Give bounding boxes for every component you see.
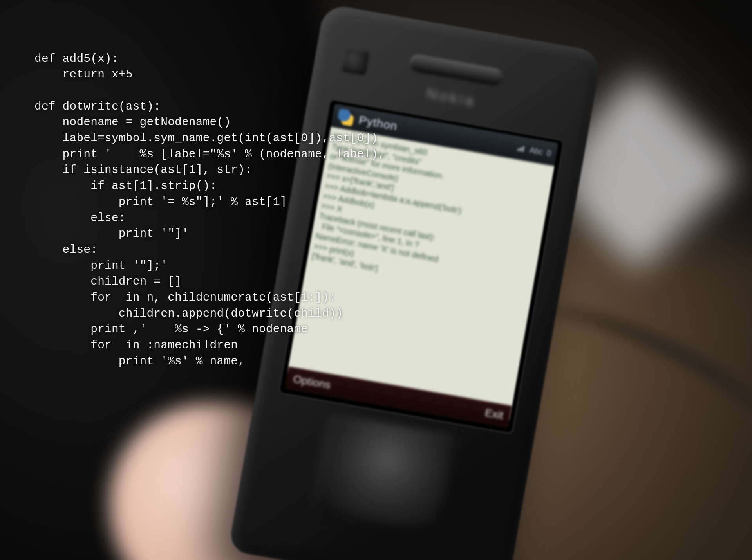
status-counter: 0	[546, 148, 552, 158]
code-overlay: def add5(x): return x+5 def dotwrite(ast…	[34, 51, 385, 369]
softkey-exit[interactable]: Exit	[484, 407, 504, 422]
softkey-options[interactable]: Options	[292, 373, 332, 391]
scene: Nokia Python Abc 0 58.42) [C] on symbian…	[0, 0, 752, 560]
input-mode-indicator: Abc	[529, 146, 544, 157]
signal-icon	[517, 145, 526, 152]
status-right: Abc 0	[517, 143, 552, 158]
